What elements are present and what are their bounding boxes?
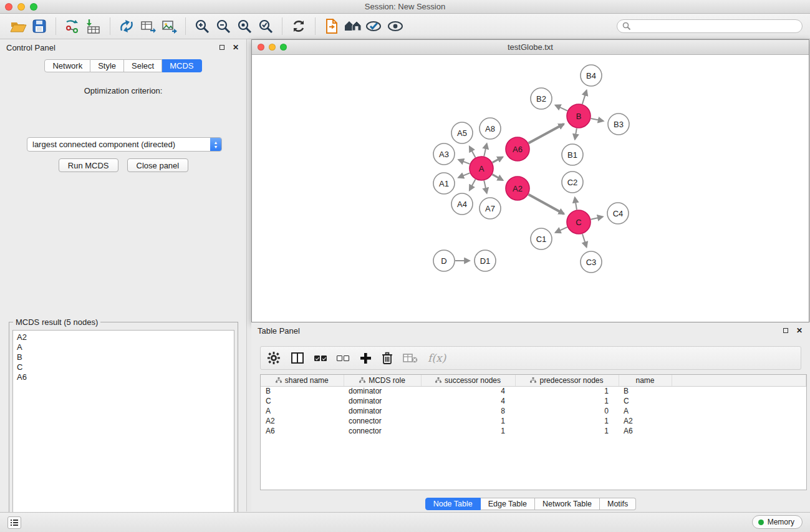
col-shared-name[interactable]: shared name	[261, 375, 344, 386]
zoom-out-button[interactable]	[213, 16, 234, 36]
table-row[interactable]: Adominator80A	[261, 406, 806, 416]
table-cell[interactable]: dominator	[344, 396, 421, 406]
col-mcds-role[interactable]: MCDS role	[344, 375, 421, 386]
export-table-button[interactable]	[137, 16, 158, 36]
graph-node-C1[interactable]: C1	[531, 228, 552, 249]
save-session-button[interactable]	[29, 16, 50, 36]
table-row[interactable]: Cdominator41C	[261, 396, 806, 406]
col-successor-nodes[interactable]: successor nodes	[421, 375, 515, 386]
toggle-graphics-details-button[interactable]	[364, 16, 385, 36]
table-cell[interactable]: 4	[421, 396, 515, 406]
graph-edge[interactable]	[493, 157, 503, 163]
table-row[interactable]: A2connector11A2	[261, 416, 806, 426]
graph-edge[interactable]	[591, 118, 604, 121]
table-cell[interactable]: 8	[421, 406, 515, 416]
graph-edge[interactable]	[575, 128, 577, 140]
graph-node-C4[interactable]: C4	[607, 203, 629, 224]
table-row[interactable]: Bdominator41B	[261, 386, 806, 396]
graph-edge[interactable]	[493, 175, 503, 180]
table-row[interactable]: A6connector11A6	[261, 426, 806, 436]
graph-edge[interactable]	[575, 198, 577, 210]
task-history-button[interactable]	[7, 516, 21, 529]
graph-node-B4[interactable]: B4	[581, 65, 602, 86]
function-builder-button[interactable]: f(x)	[428, 349, 446, 367]
table-cell[interactable]	[672, 396, 806, 406]
table-cell[interactable]: A2	[619, 416, 672, 426]
table-cell[interactable]: connector	[344, 426, 421, 436]
table-float-button[interactable]	[781, 326, 790, 335]
table-cell[interactable]: A2	[261, 416, 344, 426]
table-cell[interactable]: A	[261, 406, 344, 416]
open-file-button[interactable]	[321, 16, 342, 36]
tab-network[interactable]: Network	[44, 59, 90, 72]
graph-node-B3[interactable]: B3	[608, 114, 629, 135]
tab-edge-table[interactable]: Edge Table	[481, 498, 535, 510]
table-cell[interactable]: 1	[515, 416, 619, 426]
graph-node-A8[interactable]: A8	[480, 118, 501, 139]
close-window-button[interactable]	[5, 3, 12, 11]
tab-select[interactable]: Select	[124, 59, 162, 72]
table-cell[interactable]: 0	[515, 406, 619, 416]
zoom-in-button[interactable]	[191, 16, 213, 36]
graph-node-B2[interactable]: B2	[531, 88, 552, 109]
table-cell[interactable]: connector	[344, 416, 421, 426]
table-cell[interactable]: B	[619, 386, 672, 396]
export-image-button[interactable]	[158, 16, 180, 36]
graph-edge[interactable]	[484, 143, 486, 156]
graph-edge[interactable]	[470, 180, 476, 190]
graph-node-A[interactable]: A	[470, 157, 493, 180]
table-cell[interactable]	[672, 426, 806, 436]
graph-node-A1[interactable]: A1	[433, 173, 455, 194]
minimize-window-button[interactable]	[17, 3, 25, 11]
table-cell[interactable]: B	[261, 386, 344, 396]
show-columns-button[interactable]	[291, 349, 304, 367]
table-cell[interactable]: dominator	[344, 386, 421, 396]
close-panel-button-2[interactable]: Close panel	[127, 158, 189, 172]
graph-node-C2[interactable]: C2	[562, 172, 583, 193]
graph-edge[interactable]	[556, 105, 567, 111]
create-column-button[interactable]	[359, 349, 372, 367]
network-window[interactable]: testGlobe.txt B4B2BB3A5A8A6A3B1AC2A1A2A4…	[251, 39, 809, 322]
zoom-window-button[interactable]	[30, 3, 37, 11]
mcds-result-item[interactable]: B	[17, 352, 230, 362]
graph-node-A6[interactable]: A6	[506, 137, 529, 161]
delete-column-button[interactable]	[382, 349, 393, 367]
search-input[interactable]	[631, 22, 797, 31]
graph-edge[interactable]	[582, 90, 587, 104]
graph-edge[interactable]	[591, 216, 603, 219]
network-close-button[interactable]	[258, 44, 264, 51]
tab-mcds[interactable]: MCDS	[162, 59, 201, 72]
table-cell[interactable]: 1	[515, 426, 619, 436]
select-all-button[interactable]	[314, 349, 327, 367]
graph-edge[interactable]	[529, 195, 564, 214]
graph-node-D[interactable]: D	[433, 250, 455, 271]
graph-edge[interactable]	[470, 147, 476, 157]
mcds-result-item[interactable]: A	[17, 342, 230, 352]
table-cell[interactable]	[672, 416, 806, 426]
table-cell[interactable]: 1	[421, 426, 515, 436]
import-network-button[interactable]	[62, 16, 83, 36]
graph-node-B[interactable]: B	[567, 104, 591, 128]
import-table-button[interactable]	[83, 16, 104, 36]
tab-style[interactable]: Style	[90, 59, 124, 72]
criterion-dropdown[interactable]: largest connected component (directed) ▲…	[27, 137, 222, 152]
col-name[interactable]: name	[619, 375, 672, 386]
graph-node-D1[interactable]: D1	[475, 250, 496, 271]
memory-button[interactable]: Memory	[752, 515, 803, 529]
table-cell[interactable]: 1	[515, 396, 619, 406]
show-hide-button[interactable]	[385, 16, 406, 36]
table-cell[interactable]: A6	[619, 426, 672, 436]
graph-node-B1[interactable]: B1	[562, 144, 583, 165]
network-overview-button[interactable]	[342, 16, 364, 36]
run-mcds-button[interactable]: Run MCDS	[59, 158, 118, 172]
delete-table-button[interactable]	[403, 349, 418, 367]
table-cell[interactable]: C	[261, 396, 344, 406]
table-cell[interactable]: 1	[421, 416, 515, 426]
network-graph[interactable]: B4B2BB3A5A8A6A3B1AC2A1A2A4A7C4CC1C3DD1	[252, 55, 809, 322]
mcds-result-list[interactable]: A2ABCA6	[12, 330, 234, 532]
network-zoom-button[interactable]	[280, 44, 287, 51]
graph-edge[interactable]	[582, 234, 587, 247]
graph-edge[interactable]	[458, 173, 470, 177]
graph-edge[interactable]	[458, 160, 470, 164]
mcds-result-item[interactable]: A6	[17, 372, 230, 382]
